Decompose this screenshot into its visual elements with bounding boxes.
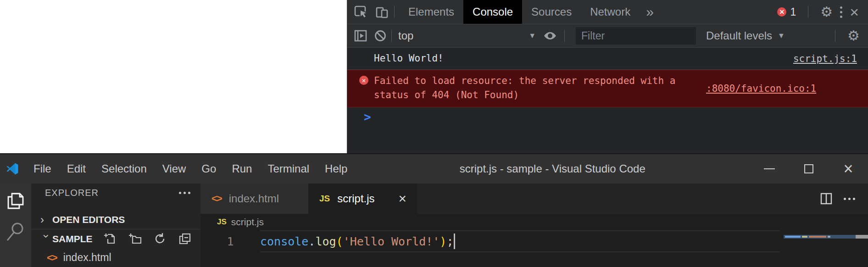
divider (394, 6, 395, 18)
devtools-kebab-menu-icon[interactable] (840, 6, 842, 18)
overview-ruler-cursor-mark[interactable] (856, 235, 868, 239)
console-log-row: Hello World! script.js:1 (347, 48, 868, 70)
explorer-header: EXPLORER (31, 184, 200, 202)
chevron-down-icon: ▼ (778, 32, 785, 40)
divider (808, 6, 808, 18)
divider (391, 30, 392, 42)
devtools-tabbar: Elements Console Sources Network » ✕ 1 ⚙… (347, 0, 868, 24)
error-source-link[interactable]: :8080/favicon.ico:1 (706, 83, 816, 94)
open-editors-section[interactable]: › OPEN EDITORS (31, 211, 200, 229)
explorer-title: EXPLORER (45, 188, 99, 198)
tab-elements[interactable]: Elements (399, 0, 463, 24)
token-log: log (315, 235, 336, 248)
js-file-icon: JS (217, 217, 227, 227)
tab-sources[interactable]: Sources (522, 0, 581, 24)
menu-view[interactable]: View (155, 162, 194, 175)
maximize-icon (804, 164, 813, 173)
prompt-chevron-icon: > (364, 110, 371, 124)
search-activity-icon[interactable] (6, 221, 26, 242)
vscode-titlebar: File Edit Selection View Go Run Terminal… (0, 154, 868, 184)
new-file-icon[interactable] (104, 233, 116, 245)
editor-tab-index-html[interactable]: <> index.html (200, 184, 308, 214)
divider (835, 30, 835, 42)
editor-tab-script-js[interactable]: JS script.js × (308, 184, 417, 214)
log-source-link[interactable]: script.js:1 (793, 53, 857, 64)
explorer-activity-icon[interactable] (6, 191, 25, 211)
error-count-badge[interactable]: ✕ 1 (777, 6, 796, 18)
minimap-current-line (784, 235, 856, 239)
console-settings-icon[interactable]: ⚙ (847, 29, 860, 43)
chevron-down-icon: ▼ (529, 32, 536, 40)
current-line: console.log('Hello World!'); (260, 230, 780, 252)
editor-tabsbar: <> index.html JS script.js × (200, 184, 868, 214)
device-toolbar-icon[interactable] (375, 5, 389, 19)
minimize-icon (764, 168, 775, 169)
activity-bar (0, 184, 31, 267)
explorer-sidebar: EXPLORER › OPEN EDITORS › SAMPLE (31, 184, 200, 267)
window-title: script.js - sample - Visual Studio Code (355, 162, 750, 175)
menu-selection[interactable]: Selection (94, 162, 155, 175)
more-tabs-icon[interactable]: » (640, 0, 660, 24)
html-file-icon: <> (47, 252, 57, 264)
token-console: console (260, 235, 308, 248)
chevron-right-icon: › (40, 213, 52, 226)
token-string: 'Hello World!' (343, 235, 440, 248)
devtools-close-icon[interactable]: × (850, 4, 859, 20)
line-number: 1 (200, 235, 260, 248)
collapse-all-icon[interactable] (178, 233, 191, 245)
refresh-icon[interactable] (154, 233, 166, 245)
devtools-settings-icon[interactable]: ⚙ (820, 5, 833, 19)
split-editor-icon[interactable] (820, 192, 833, 205)
menu-run[interactable]: Run (224, 162, 260, 175)
editor-body: JS script.js 1 console.log('Hello World!… (200, 214, 868, 267)
log-message-text: Hello World! (374, 51, 782, 66)
token-close-paren: ) (440, 235, 446, 248)
error-icon: ✕ (359, 76, 368, 85)
html-file-icon: <> (211, 193, 222, 205)
editor-group: <> index.html JS script.js × (200, 184, 868, 267)
js-file-icon: JS (319, 194, 330, 204)
close-icon: × (843, 161, 853, 177)
file-item-index-html[interactable]: <> index.html (31, 248, 200, 267)
divider (564, 30, 565, 42)
log-levels-dropdown[interactable]: Default levels ▼ (706, 29, 785, 42)
folder-section-sample[interactable]: › SAMPLE (31, 229, 200, 248)
menu-file[interactable]: File (26, 162, 59, 175)
console-toolbar: top ▼ Default levels ▼ ⚙ (347, 24, 868, 48)
code-line-1[interactable]: 1 console.log('Hello World!'); (200, 230, 868, 252)
error-message-text: Failed to load resource: the server resp… (374, 74, 695, 102)
menu-help[interactable]: Help (317, 162, 355, 175)
console-prompt[interactable]: > (347, 107, 868, 127)
menu-go[interactable]: Go (194, 162, 224, 175)
token-dot: . (308, 235, 315, 248)
minimap[interactable] (784, 235, 868, 239)
error-circle-icon: ✕ (777, 7, 786, 17)
menu-edit[interactable]: Edit (59, 162, 94, 175)
vscode-logo-icon[interactable] (6, 163, 18, 175)
token-open-paren: ( (336, 235, 343, 248)
text-cursor (454, 234, 455, 249)
console-message-list: Hello World! script.js:1 ✕ Failed to loa… (347, 48, 868, 153)
new-folder-icon[interactable] (128, 233, 141, 245)
explorer-more-actions-icon[interactable] (179, 192, 190, 194)
minimize-button[interactable] (750, 154, 789, 184)
console-error-row: ✕ Failed to load resource: the server re… (347, 70, 868, 107)
clear-console-icon[interactable] (374, 29, 387, 42)
tab-network[interactable]: Network (581, 0, 640, 24)
maximize-button[interactable] (789, 154, 829, 184)
tab-close-icon[interactable]: × (398, 192, 406, 206)
console-filter-input[interactable] (576, 27, 696, 44)
browser-viewport[interactable] (0, 0, 347, 153)
context-selector[interactable]: top ▼ (398, 29, 536, 42)
close-button[interactable]: × (829, 154, 868, 184)
browser-window: Elements Console Sources Network » ✕ 1 ⚙… (0, 0, 868, 153)
tab-console[interactable]: Console (463, 0, 522, 24)
chevron-down-icon: › (40, 234, 53, 246)
console-sidebar-toggle-icon[interactable] (354, 29, 367, 43)
editor-more-actions-icon[interactable] (844, 198, 855, 200)
breadcrumb[interactable]: JS script.js (200, 214, 868, 230)
menu-terminal[interactable]: Terminal (260, 162, 317, 175)
live-expression-eye-icon[interactable] (542, 28, 558, 44)
token-semicolon: ; (446, 235, 453, 248)
inspect-element-icon[interactable] (354, 5, 368, 19)
